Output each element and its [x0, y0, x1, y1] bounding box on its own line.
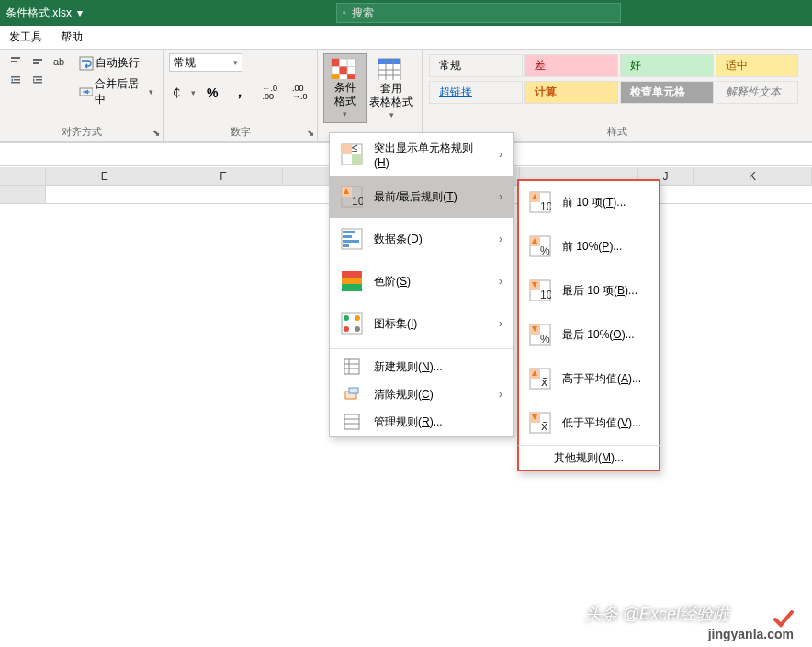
- tab-developer[interactable]: 发工具: [0, 26, 51, 49]
- chevron-down-icon[interactable]: ▾: [191, 88, 196, 97]
- top-bottom-icon: 10: [341, 186, 363, 208]
- style-bad[interactable]: 差: [524, 54, 618, 77]
- svg-rect-43: [343, 240, 359, 243]
- group-alignment-label: 对齐方式: [6, 123, 157, 139]
- menu-color-scales[interactable]: 色阶(S) ›: [330, 260, 513, 302]
- bottom10pct-icon: %: [529, 324, 551, 346]
- svg-rect-23: [332, 74, 340, 79]
- svg-rect-24: [339, 74, 347, 79]
- comma-button[interactable]: ，: [229, 81, 251, 104]
- chevron-right-icon: ›: [499, 148, 502, 161]
- decrease-decimal-button[interactable]: .00 →.0: [288, 81, 311, 104]
- orientation-button[interactable]: ab: [50, 53, 68, 70]
- submenu-bottom-10-percent[interactable]: % 最后 10%(O)...: [518, 312, 660, 357]
- chevron-right-icon: ›: [499, 388, 502, 401]
- currency-button[interactable]: ₵: [169, 81, 184, 104]
- chevron-right-icon: ›: [499, 190, 502, 203]
- ribbon: ab 自动换行 合并后居中 ▾ 对齐方式 ⬊: [0, 50, 812, 142]
- data-bars-icon: [341, 228, 363, 250]
- menu-clear-rules[interactable]: 清除规则(C) ›: [330, 380, 513, 408]
- svg-point-0: [343, 11, 344, 13]
- col-e[interactable]: E: [46, 167, 164, 185]
- svg-point-50: [355, 315, 360, 321]
- increase-decimal-button[interactable]: ←.0 .00: [258, 81, 281, 104]
- clear-icon: [341, 383, 363, 405]
- svg-rect-59: [344, 414, 359, 429]
- outdent-button[interactable]: [6, 72, 26, 88]
- percent-button[interactable]: %: [203, 81, 221, 104]
- svg-line-1: [345, 14, 346, 15]
- style-link[interactable]: 超链接: [429, 81, 523, 104]
- col-k[interactable]: K: [694, 167, 812, 185]
- svg-text:%: %: [540, 244, 550, 257]
- submenu-top-10-percent[interactable]: % 前 10%(P)...: [518, 224, 660, 268]
- svg-rect-58: [349, 388, 358, 393]
- menu-manage-rules[interactable]: 管理规则(R)...: [330, 408, 513, 436]
- menu-icon-sets[interactable]: 图标集(I) ›: [330, 302, 513, 345]
- tab-help[interactable]: 帮助: [51, 26, 92, 49]
- group-cond-fmt: 条件格式 ▾ 套用 表格格式 ▾: [318, 50, 423, 141]
- below-avg-icon: x̄: [529, 412, 551, 434]
- select-all[interactable]: [0, 167, 46, 185]
- svg-rect-27: [378, 59, 400, 64]
- style-good[interactable]: 好: [620, 54, 714, 77]
- svg-rect-41: [343, 231, 355, 233]
- style-neutral[interactable]: 适中: [716, 54, 798, 77]
- svg-text:%: %: [540, 333, 550, 346]
- number-format-select[interactable]: 常规 ▾: [169, 53, 242, 72]
- wrap-text-button[interactable]: 自动换行: [75, 53, 157, 73]
- chevron-down-icon: ▾: [343, 109, 347, 119]
- alignment-dialog-launcher[interactable]: ⬊: [152, 128, 160, 138]
- menu-top-bottom-rules[interactable]: 10 最前/最后规则(T) ›: [330, 176, 513, 218]
- svg-rect-12: [33, 82, 42, 84]
- menu-data-bars[interactable]: 数据条(D) ›: [330, 218, 513, 260]
- number-dialog-launcher[interactable]: ⬊: [307, 128, 314, 138]
- style-calc[interactable]: 计算: [524, 81, 618, 104]
- merge-icon: [79, 85, 93, 99]
- top10-icon: 10: [529, 191, 551, 213]
- style-check[interactable]: 检查单元格: [620, 81, 714, 104]
- svg-rect-53: [344, 359, 359, 374]
- icon-sets-icon: [341, 312, 363, 335]
- chevron-down-icon: ▾: [233, 58, 238, 67]
- tabs-row: 发工具 帮助: [0, 26, 812, 50]
- svg-text:10: 10: [540, 200, 551, 213]
- svg-rect-2: [11, 57, 20, 59]
- menu-highlight-rules[interactable]: ≤ 突出显示单元格规则(H) ›: [330, 133, 513, 176]
- submenu-below-average[interactable]: x̄ 低于平均值(V)...: [518, 401, 660, 445]
- svg-rect-18: [339, 59, 347, 67]
- chevron-right-icon: ›: [499, 233, 502, 245]
- new-rule-icon: [341, 356, 363, 378]
- cond-fmt-icon: [331, 58, 360, 79]
- chevron-down-icon[interactable]: ▾: [149, 87, 153, 96]
- submenu-bottom-10-items[interactable]: 10 最后 10 项(B)...: [518, 268, 660, 312]
- indent-button[interactable]: [28, 72, 48, 88]
- svg-rect-20: [332, 67, 340, 75]
- svg-marker-9: [11, 78, 13, 82]
- group-number: 常规 ▾ ₵ ▾ % ， ←.0 .00 .00 →.0 数字 ⬊: [164, 50, 318, 141]
- col-f[interactable]: F: [164, 167, 283, 185]
- align-top-button[interactable]: [6, 53, 26, 70]
- submenu-more-rules[interactable]: 其他规则(M)...: [518, 445, 660, 471]
- style-normal[interactable]: 常规: [429, 54, 523, 77]
- svg-rect-33: [342, 144, 352, 154]
- merge-center-button[interactable]: 合并后居中 ▾: [75, 74, 157, 109]
- top-bottom-submenu: 10 前 10 项(T)... % 前 10%(P)... 10 最后 10 项…: [517, 179, 660, 471]
- conditional-format-button[interactable]: 条件格式 ▾: [323, 53, 367, 123]
- submenu-above-average[interactable]: x̄ 高于平均值(A)...: [518, 357, 660, 401]
- chevron-right-icon: ›: [499, 275, 502, 288]
- search-box[interactable]: 搜索: [336, 3, 621, 23]
- style-expl[interactable]: 解释性文本: [716, 81, 798, 104]
- filename-dropdown-icon[interactable]: ▾: [72, 6, 88, 19]
- svg-rect-21: [339, 67, 347, 75]
- svg-rect-17: [332, 59, 340, 67]
- submenu-top-10-items[interactable]: 10 前 10 项(T)...: [518, 180, 660, 224]
- menu-new-rule[interactable]: 新建规则(N)...: [330, 353, 513, 380]
- align-middle-button[interactable]: [28, 53, 48, 70]
- chevron-down-icon: ▾: [389, 110, 394, 119]
- svg-text:x̄: x̄: [541, 420, 547, 433]
- table-format-button[interactable]: 套用 表格格式 ▾: [367, 53, 416, 123]
- svg-rect-4: [33, 59, 42, 61]
- svg-rect-10: [33, 76, 42, 78]
- row-header[interactable]: [0, 186, 46, 203]
